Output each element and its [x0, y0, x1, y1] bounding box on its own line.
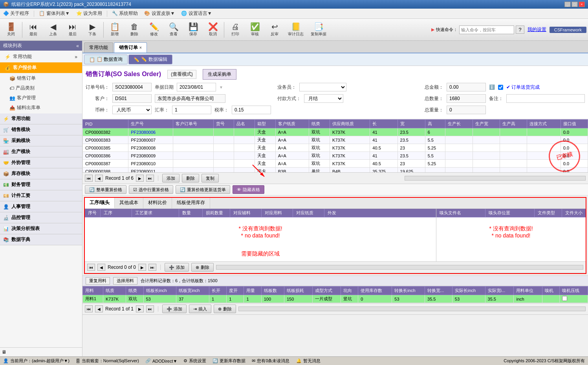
recalc-all-btn[interactable]: 🔄 整单重算价格: [85, 185, 126, 194]
status-connection[interactable]: 🔗 ADODirect▼: [145, 358, 177, 363]
sales-person-select[interactable]: [299, 83, 346, 91]
delivery-label[interactable]: ✔ 订单送货完成: [506, 84, 540, 91]
detail-pag-first[interactable]: ⏮: [87, 264, 95, 271]
date-picker-icon[interactable]: ▼: [219, 85, 223, 89]
quick-cmd-input[interactable]: [459, 26, 514, 34]
detail-h-scrollbar[interactable]: [216, 265, 583, 270]
gen-purchase-btn[interactable]: 生成采购单: [203, 69, 236, 80]
sidebar-item-sales-order[interactable]: 📦 销售订单: [0, 73, 82, 83]
unaudit-btn[interactable]: ↩ 反审: [265, 20, 284, 39]
delete-btn[interactable]: 🗑 删除: [125, 20, 144, 39]
detail-tab-board-stock[interactable]: 纸板使用库存: [172, 198, 210, 208]
table-row[interactable]: CP00000383PF23080007 天盒A=A双坑K737K 4123.5…: [83, 136, 588, 144]
pag-last-btn[interactable]: ⏭: [146, 175, 154, 182]
pag-delete-btn[interactable]: 删除: [182, 174, 199, 182]
table-row[interactable]: CP00000388PF23080011 平卡B3B单坑B4B 35.37519…: [83, 168, 588, 173]
select-material-btn[interactable]: 选择用料: [113, 277, 137, 285]
pag-prev-btn[interactable]: ◀: [95, 175, 103, 182]
audit-log-btn[interactable]: 📒 审计日志: [285, 20, 307, 39]
subtab-query[interactable]: 📋 📋 数据查询: [84, 55, 128, 64]
h-scrollbar[interactable]: [405, 176, 586, 181]
detail-delete-btn[interactable]: ⊗ 删除: [191, 263, 214, 272]
currency-select[interactable]: 人民币: [112, 106, 152, 114]
group-hr-header[interactable]: 👤 人事管理: [0, 201, 82, 212]
maximize-btn[interactable]: □: [572, 2, 578, 7]
order-no-input[interactable]: [112, 83, 152, 91]
table-row[interactable]: CP00000385PF23080008 天盒A=A双坑K737K 40.523…: [83, 144, 588, 152]
save-btn[interactable]: 💾 保存: [184, 20, 203, 39]
detail-tab-process[interactable]: 工序/嗅头: [85, 198, 115, 208]
minimize-btn[interactable]: _: [564, 2, 571, 7]
pag-next-btn[interactable]: ▶: [136, 175, 144, 182]
sidebar-item-common[interactable]: ⚡ 常用功能 »: [0, 51, 82, 62]
group-inventory-header[interactable]: 📦 库存模块: [0, 168, 82, 179]
material-grid-wrapper[interactable]: 用料 纸质 纸类 纸板长inch 纸板宽inch 长开 度开 用量 纸板数 纸板…: [82, 286, 588, 303]
tab-common[interactable]: 常用功能: [84, 42, 113, 53]
mat-add-btn[interactable]: ➕ 添加: [162, 305, 187, 313]
mat-pag-next[interactable]: ▶: [136, 305, 144, 312]
last-btn[interactable]: ⏭ 最后: [63, 20, 82, 39]
tab-close-icon[interactable]: ×: [139, 46, 142, 50]
menu-skin[interactable]: 🎨 设置皮肤▼: [143, 9, 176, 18]
group-finance-header[interactable]: 💵 财务管理: [0, 179, 82, 190]
add-btn[interactable]: 📋 新增: [105, 20, 124, 39]
table-row[interactable]: 用料1 K737K 双坑 53 37 1 1 1 100 150 一片成型 竖坑: [83, 295, 588, 303]
view-btn[interactable]: 🔍 查看: [164, 20, 183, 39]
mat-h-scrollbar[interactable]: [238, 307, 586, 311]
detail-tab-other-cost[interactable]: 其他成本: [115, 198, 143, 208]
group-dict-header[interactable]: 📚 数据字典: [0, 234, 82, 245]
detail-pag-last[interactable]: ⏭: [148, 264, 156, 271]
close-btn[interactable]: ×: [579, 2, 585, 7]
group-report-header[interactable]: 📊 决策分析报表: [0, 223, 82, 234]
delivery-checkbox[interactable]: [498, 85, 503, 90]
group-production-header[interactable]: 🏭 生产模块: [0, 146, 82, 157]
customer-name-input[interactable]: [155, 94, 225, 103]
sidebar-item-customer-mgmt[interactable]: 👥 客户管理: [0, 93, 82, 103]
pag-add-btn[interactable]: 添加: [162, 174, 180, 182]
my-settings-link[interactable]: 我的设置: [528, 26, 546, 33]
table-row[interactable]: CP00000382 PF23080006 天盒 A=A 双坑 K737K 41…: [83, 128, 588, 136]
mat-pag-prev[interactable]: ◀: [95, 305, 103, 312]
reuse-material-btn[interactable]: 重复用料: [86, 277, 110, 285]
tab-sales-order[interactable]: 销售订单 ×: [114, 42, 147, 53]
mat-delete-btn[interactable]: ⊗ 删除: [214, 305, 236, 313]
window-controls[interactable]: _ □ ×: [564, 2, 585, 7]
prev-btn[interactable]: ◀ 上条: [44, 20, 62, 39]
detail-pag-next[interactable]: ▶: [138, 264, 146, 271]
group-purchase-header[interactable]: 🏪 采购模块: [0, 135, 82, 146]
print-btn[interactable]: 🖨 打印: [226, 20, 245, 39]
order-date-input[interactable]: [177, 83, 216, 91]
detail-tab-material-compare[interactable]: 材料比价: [143, 198, 172, 208]
mat-insert-btn[interactable]: ⇥ 插入: [189, 305, 211, 313]
quick-cmd-help[interactable]: ?: [516, 26, 524, 34]
detail-add-btn[interactable]: ➕ 添加: [165, 263, 189, 272]
sidebar-toggle[interactable]: «: [76, 43, 79, 49]
tax-rate-input[interactable]: [232, 106, 271, 114]
status-update[interactable]: 🔄 更新库存数据: [212, 358, 245, 364]
scrollbar-area[interactable]: [405, 176, 586, 181]
group-piecework-header[interactable]: 💴 计件工资: [0, 190, 82, 201]
customer-code-input[interactable]: [112, 94, 152, 103]
copy-order-btn[interactable]: 📑 复制单据: [308, 20, 330, 39]
detail-pag-prev[interactable]: ◀: [97, 264, 105, 271]
mat-pag-first[interactable]: ⏮: [85, 305, 93, 312]
status-system[interactable]: ⚙ 系统设置: [183, 358, 206, 364]
group-sales-header[interactable]: 🛒 销售模块: [0, 124, 82, 135]
menu-language[interactable]: 🌐 设置语言▼: [180, 9, 213, 18]
hide-table-btn[interactable]: 👁 隐藏表格: [233, 185, 264, 194]
group-common-header[interactable]: ⚡ 常用功能: [0, 113, 82, 124]
sidebar-item-customer-quote[interactable]: 💰 客户报价单: [0, 62, 82, 73]
table-row[interactable]: CP00000387PF23080010 天盒A=A双坑K737K 40.523…: [83, 160, 588, 168]
menu-about[interactable]: 🔷 关于程序: [2, 9, 31, 18]
mat-pag-last[interactable]: ⏭: [146, 305, 154, 312]
group-qc-header[interactable]: 🔬 品控管理: [0, 212, 82, 223]
cancel-btn[interactable]: ❌ 取消: [203, 20, 222, 39]
recalc-send-btn[interactable]: 🔄 重算价格更新送货单: [176, 185, 230, 194]
sidebar-item-product-type[interactable]: 🏷 产品类别: [0, 83, 82, 93]
next-btn[interactable]: ▶ 下条: [83, 20, 102, 39]
machine-press-checkbox[interactable]: [562, 296, 567, 301]
group-outsource-header[interactable]: 🤝 外协管理: [0, 157, 82, 168]
status-user[interactable]: 👤 当前用户：(admin-超级用户▼): [3, 358, 70, 364]
menu-help[interactable]: 🔧 系统帮助: [110, 9, 139, 18]
close-window-btn[interactable]: 🚪 关闭: [2, 20, 20, 39]
